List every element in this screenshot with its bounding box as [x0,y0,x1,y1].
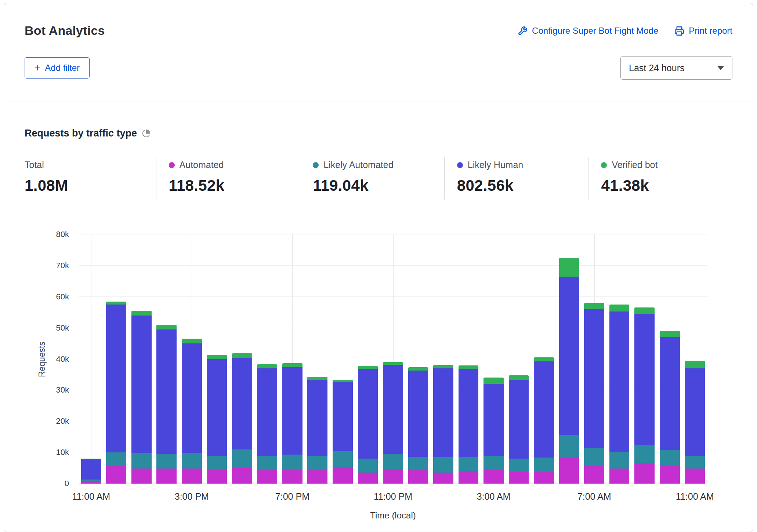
card-header: Bot Analytics Configure Super Bot Fight … [25,3,732,38]
bar-segment-verified-bot [182,339,202,343]
bar-segment-likely-automated [483,456,504,469]
bar-segment-likely-human [433,368,453,457]
bar-segment-likely-automated [609,452,630,469]
bar-segment-likely-automated [509,459,529,472]
bar-slot [154,234,180,484]
y-tick-label: 10k [56,448,69,457]
stacked-bar [433,234,453,484]
plot-area: 010k20k30k40k50k60k70k80k [79,234,707,484]
configure-super-bot-fight-mode-link[interactable]: Configure Super Bot Fight Mode [518,26,658,36]
bar-segment-automated [509,472,529,484]
stat-dot-2 [313,162,319,168]
y-tick-label: 70k [56,261,69,270]
bar-segment-automated [459,471,479,484]
bar-slot [380,234,406,484]
y-tick-label: 20k [56,416,69,426]
section-title: Requests by traffic type [25,128,137,139]
bar-segment-automated [207,470,227,484]
stat-likely-automated: Likely Automated 119.04k [300,157,444,200]
stat-label-likely-human: Likely Human [468,160,523,170]
bar-slot [506,234,532,484]
bar-segment-verified-bot [584,303,604,309]
y-tick-label: 60k [56,292,69,302]
bar-segment-likely-automated [307,456,327,470]
bar-segment-likely-human [634,314,655,444]
bar-segment-likely-automated [685,456,705,469]
x-tick-label: 7:00 PM [275,491,309,502]
stat-likely-human: Likely Human 802.56k [444,157,588,200]
bar-segment-verified-bot [685,361,705,368]
bar-slot [255,234,280,484]
bar-segment-verified-bot [131,311,152,316]
stat-dot-1 [169,162,175,168]
stacked-bar [534,234,554,484]
bar-segment-likely-automated [106,452,126,466]
bar-segment-likely-automated [660,450,680,465]
bar-slot [129,234,154,484]
bar-segment-automated [634,463,655,484]
stacked-bar [383,234,403,484]
bar-segment-likely-automated [282,455,303,470]
time-range-value: Last 24 hours [629,63,685,73]
bar-segment-automated [257,470,277,484]
bar-segment-verified-bot [307,377,327,380]
bar-segment-verified-bot [383,362,403,365]
bar-slot [657,234,682,484]
bar-segment-automated [483,470,504,484]
stat-dot-4 [601,162,607,168]
y-tick-label: 80k [56,230,69,239]
y-tick-label: 0 [65,479,69,488]
bar-segment-likely-automated [459,457,479,471]
bar-segment-automated [534,471,554,484]
stat-total: Total 1.08M [25,157,156,200]
bar-segment-verified-bot [483,378,504,384]
bar-segment-likely-automated [182,453,202,469]
bar-segment-automated [182,469,202,484]
print-report-link[interactable]: Print report [674,26,732,36]
bar-segment-verified-bot [358,366,378,369]
x-tick-label: 3:00 AM [477,491,511,502]
page-title: Bot Analytics [25,23,105,38]
bar-segment-likely-automated [131,453,152,469]
wrench-icon [518,26,528,36]
stats-row: Total 1.08M Automated 118.52k Likely Aut… [25,157,732,200]
bar-segment-likely-human [307,380,327,455]
bar-segment-likely-automated [156,454,177,469]
requests-section: Requests by traffic type Total 1.08M Aut… [25,102,732,532]
stacked-bar [257,234,277,484]
bar-segment-likely-human [408,371,428,457]
bar-slot [632,234,657,484]
bar-slot [204,234,230,484]
pie-chart-icon [142,129,151,138]
bar-segment-likely-human [660,337,680,450]
bar-slot [682,234,707,484]
bar-segment-verified-bot [509,375,529,380]
bar-segment-likely-human [559,277,579,436]
stacked-bar [584,234,604,484]
stacked-bar [307,234,327,484]
stacked-bar [182,234,202,484]
bar-segment-likely-human [584,309,604,448]
x-tick-label: 7:00 AM [577,491,611,502]
header-links: Configure Super Bot Fight Mode Print rep… [518,23,732,36]
bar-slot [531,234,557,484]
bar-segment-automated [307,470,327,484]
stacked-bar [156,234,177,484]
stat-dot-3 [457,162,463,168]
stacked-bar [207,234,227,484]
bar-slot [481,234,506,484]
bar-segment-verified-bot [282,363,303,367]
bar-segment-verified-bot [257,364,277,368]
stat-value-likely-human: 802.56k [457,177,585,194]
stacked-bar [131,234,152,484]
stat-value-automated: 118.52k [169,177,297,194]
stacked-bar [282,234,303,484]
time-range-select[interactable]: Last 24 hours [620,56,732,80]
bar-segment-automated [584,466,604,484]
bar-slot [330,234,355,484]
x-axis-labels: 11:00 AM3:00 PM7:00 PM11:00 PM3:00 AM7:0… [79,491,707,504]
stat-label-automated: Automated [180,160,224,170]
add-filter-button[interactable]: + Add filter [25,57,90,79]
bar-slot [104,234,129,484]
stacked-bar [333,234,353,484]
